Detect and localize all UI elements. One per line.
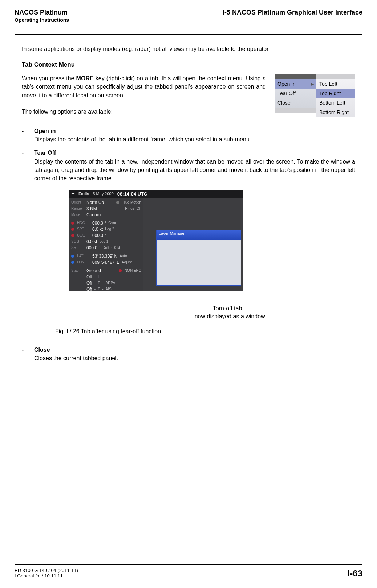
submenu-bottom-right[interactable]: Bottom Right: [316, 108, 355, 117]
footer-file: I General.fm / 10.11.11: [15, 573, 78, 579]
footer-doc-id: ED 3100 G 140 / 04 (2011-11): [15, 568, 78, 573]
submenu-bottom-left[interactable]: Bottom Left: [316, 98, 355, 108]
context-menu-screenshot: Open In▶ Tear Off Close Top Left Top Rig…: [275, 74, 355, 113]
submenu-top-left[interactable]: Top Left: [316, 79, 355, 89]
torn-off-window[interactable]: Layer Manager: [156, 230, 241, 286]
option-open-in: - Open in Displays the contents of the t…: [22, 127, 355, 144]
submenu-top-right[interactable]: Top Right: [316, 89, 355, 98]
option-close: - Close Closes the current tabbed panel.: [22, 346, 355, 362]
app-name: Ecdis: [78, 192, 89, 196]
section-title: Tab Context Menu: [22, 61, 355, 68]
figure-tear-off: ✦ Ecdis 5 May 2009 08:14:04 UTC OrientNo…: [69, 190, 355, 320]
torn-off-window-title: Layer Manager: [157, 230, 241, 240]
callout-text: Torn-off tab ...now displayed as a windo…: [166, 305, 289, 320]
app-icon: ✦: [71, 191, 75, 196]
header-doc-type: Operating Instructions: [15, 17, 69, 23]
submenu-arrow-icon: ▶: [311, 82, 314, 86]
callout-line: [204, 284, 204, 306]
intro-paragraph: In some applications or display modes (e…: [22, 45, 355, 53]
app-time: 08:14:04 UTC: [117, 191, 147, 197]
options-lead-in: The following options are available:: [22, 108, 266, 116]
menu-item-open-in[interactable]: Open In▶: [275, 79, 316, 89]
header-chapter: I-5 NACOS Platinum Graphical User Interf…: [223, 9, 362, 16]
page-number: I-63: [348, 568, 362, 579]
app-date: 5 May 2009: [93, 192, 113, 196]
header-rule: [15, 34, 362, 35]
context-menu-paragraph: When you press the MORE key (right-click…: [22, 74, 266, 100]
page-header: NACOS Platinum Operating Instructions I-…: [15, 9, 362, 23]
option-tear-off: - Tear Off Display the contents of the t…: [22, 149, 355, 182]
figure-caption: Fig. I / 26 Tab after using tear-off fun…: [55, 328, 355, 335]
menu-item-close[interactable]: Close: [275, 98, 316, 108]
ecdis-screenshot: ✦ Ecdis 5 May 2009 08:14:04 UTC OrientNo…: [69, 190, 243, 291]
page-footer: ED 3100 G 140 / 04 (2011-11) I General.f…: [15, 561, 362, 579]
header-product: NACOS Platinum: [15, 9, 69, 16]
menu-item-tear-off[interactable]: Tear Off: [275, 89, 316, 98]
